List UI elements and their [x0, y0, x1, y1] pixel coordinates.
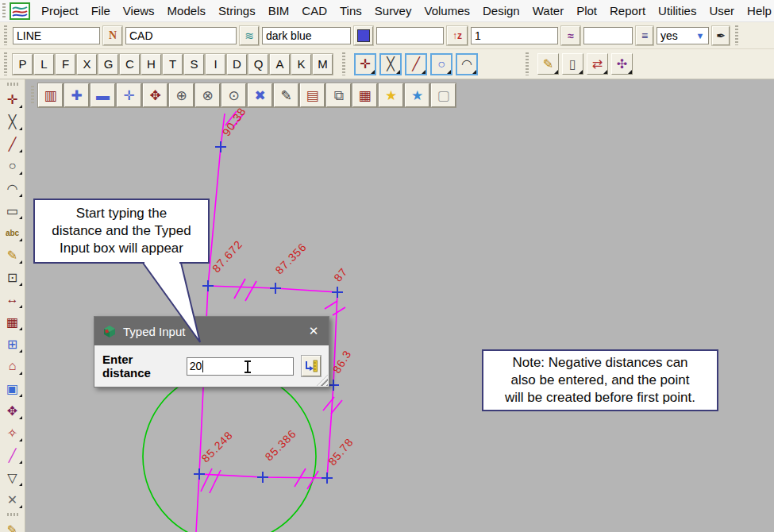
snap-k-button[interactable]: K [291, 54, 311, 75]
toolbar-grip[interactable] [7, 513, 18, 516]
copy-view-button[interactable]: ⧉ [326, 83, 351, 107]
colour-swatch-button[interactable] [354, 26, 373, 45]
weighting-button[interactable]: ≈ [561, 26, 580, 45]
tool-move-button[interactable]: ✥ [3, 402, 22, 419]
tool-point-line-button[interactable]: ✧ [3, 424, 22, 441]
menu-volumes[interactable]: Volumes [418, 4, 476, 17]
snap-g-button[interactable]: G [98, 54, 118, 75]
resize-grip[interactable] [317, 375, 328, 386]
tool-pencil-button[interactable]: ✎ [3, 521, 22, 532]
dialog-titlebar[interactable]: Typed Input ✕ [94, 317, 329, 345]
cancel-redraw-button[interactable]: ✖ [248, 83, 272, 107]
menu-user[interactable]: User [703, 4, 741, 17]
height-input[interactable] [376, 27, 444, 44]
distance-input[interactable]: 20 [187, 357, 294, 376]
window-layout-button[interactable]: ▢ [431, 83, 456, 107]
weighting-input[interactable] [471, 27, 558, 44]
pan-button[interactable]: ✥ [143, 83, 168, 107]
name-box-button[interactable]: N [103, 26, 122, 45]
snap-i-button[interactable]: I [206, 54, 225, 75]
snap-m-button[interactable]: M [313, 54, 333, 75]
tool-delete-button[interactable]: ✕ [3, 491, 22, 508]
zoom-in-button[interactable]: ✚ [64, 83, 89, 107]
menu-design[interactable]: Design [476, 4, 526, 17]
zoom-previous-button[interactable]: ⊙ [221, 83, 246, 107]
zoom-out-button[interactable]: ▬ [90, 83, 115, 107]
cad-arc-button[interactable]: ◠ [456, 53, 478, 75]
zoom-window-button[interactable]: ⊕ [169, 83, 194, 107]
zoom-extents-button[interactable]: ✛ [117, 83, 141, 107]
zoom-shrink-button[interactable]: ⊗ [195, 83, 220, 107]
menu-tins[interactable]: Tins [333, 4, 368, 17]
menu-project[interactable]: Project [35, 4, 85, 17]
toolbar-grip[interactable] [526, 52, 529, 75]
close-icon[interactable]: ✕ [306, 324, 321, 338]
drawing-view[interactable]: 90.3887.67287.3568786.385.24885.38685.78… [25, 79, 774, 532]
menu-survey[interactable]: Survey [368, 4, 418, 17]
favourite-yellow-button[interactable]: ★ [379, 83, 403, 107]
snap-d-button[interactable]: D [227, 54, 247, 75]
snap-f-button[interactable]: F [56, 54, 75, 75]
string-page-button[interactable]: ▯ [562, 53, 583, 75]
cad-circle-button[interactable]: ○ [430, 53, 452, 75]
tool-polygon-shield-button[interactable]: ▽ [3, 468, 22, 486]
toolbar-grip[interactable] [342, 52, 345, 75]
linestyle-button[interactable]: ≡ [636, 26, 653, 45]
toolbar-grip[interactable] [2, 3, 6, 18]
redraw-button[interactable]: ✎ [274, 83, 298, 107]
tool-arc-button[interactable]: ◠ [3, 179, 22, 197]
menu-utilities[interactable]: Utilities [652, 4, 703, 17]
tool-intersect-button[interactable]: ╳ [3, 113, 22, 130]
toolbar-grip[interactable] [31, 86, 34, 105]
cad-point-button[interactable]: ✛ [354, 53, 376, 75]
view-menu-button[interactable]: ▥ [38, 83, 63, 107]
tool-polygon-button[interactable]: ⌂ [3, 357, 22, 375]
menu-plot[interactable]: Plot [570, 4, 603, 17]
tool-grid-button[interactable]: ▦ [3, 313, 22, 330]
snap-l-button[interactable]: L [34, 54, 54, 75]
string-pencil-button[interactable]: ✎ [537, 53, 559, 75]
snap-q-button[interactable]: Q [248, 54, 268, 75]
snap-a-button[interactable]: A [270, 54, 290, 75]
tool-text-button[interactable]: abc [3, 224, 22, 241]
menu-cad[interactable]: CAD [295, 4, 333, 17]
model-list-button[interactable]: ≋ [240, 26, 259, 45]
tool-circle-button[interactable]: ○ [3, 157, 22, 175]
toolbar-grip[interactable] [4, 52, 7, 75]
tinable-input[interactable] [657, 29, 692, 42]
eyedropper-button[interactable]: ✒ [712, 26, 730, 45]
chevron-down-icon[interactable]: ▼ [692, 31, 708, 40]
tool-colour-line-button[interactable]: ╱ [3, 446, 22, 464]
string-name-input[interactable] [13, 27, 100, 44]
linestyle-input[interactable] [583, 27, 633, 44]
menu-strings[interactable]: Strings [212, 4, 262, 17]
snap-t-button[interactable]: T [163, 54, 183, 75]
tool-symbol-button[interactable]: ✎ [3, 246, 22, 264]
cad-line-button[interactable]: ╱ [405, 53, 427, 75]
snap-p-button[interactable]: P [13, 54, 33, 75]
tool-rectangle-button[interactable]: ▭ [3, 202, 22, 219]
menu-models[interactable]: Models [161, 4, 212, 17]
toolbar-grip[interactable] [4, 25, 7, 45]
model-input[interactable] [125, 27, 237, 44]
menu-views[interactable]: Views [117, 4, 161, 17]
favourite-blue-button[interactable]: ★ [405, 83, 429, 107]
menu-water[interactable]: Water [526, 4, 570, 17]
string-arrows-button[interactable]: ⇄ [587, 53, 608, 75]
sheet-grid-button[interactable]: ▦ [352, 83, 377, 107]
menu-report[interactable]: Report [603, 4, 652, 17]
snap-s-button[interactable]: S [184, 54, 204, 75]
z-height-button[interactable]: ↑z [447, 26, 468, 45]
tool-point-button[interactable]: ✛ [3, 91, 22, 108]
menu-file[interactable]: File [85, 4, 117, 17]
tool-line-button[interactable]: ╱ [3, 135, 22, 152]
tool-point-box-button[interactable]: ⊡ [3, 268, 22, 286]
toolbar-grip[interactable] [735, 25, 738, 45]
tool-box-plus-button[interactable]: ⊞ [3, 335, 22, 353]
tool-image-button[interactable]: ▣ [3, 380, 22, 397]
string-spiral-button[interactable]: ✣ [611, 53, 633, 75]
snap-h-button[interactable]: H [141, 54, 161, 75]
plot-button[interactable]: ▤ [300, 83, 325, 107]
green-circle-string[interactable] [143, 370, 316, 532]
tool-measure-button[interactable]: ↔ [3, 291, 22, 308]
